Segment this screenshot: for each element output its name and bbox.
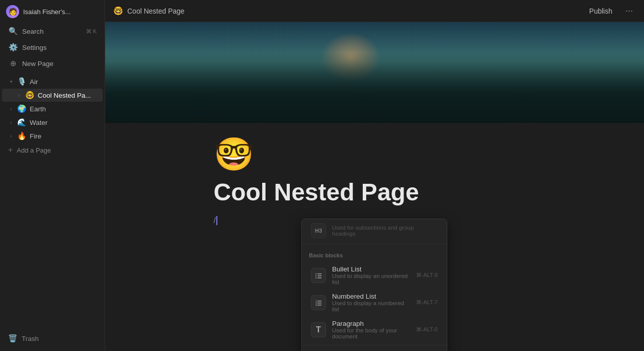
- svg-rect-3: [317, 275, 321, 276]
- air-icon: 🎙️: [17, 77, 27, 86]
- user-name: Isaiah Fisher's...: [23, 8, 70, 16]
- sidebar-item-cool-nested[interactable]: › 🤓 Cool Nested Pa...: [2, 89, 103, 102]
- page-body: 🤓 Cool Nested Page / H3 Used for subsect…: [123, 138, 626, 245]
- topbar-actions: Publish ···: [585, 4, 636, 18]
- new-page-button[interactable]: ⊕ New Page: [2, 56, 103, 71]
- heading-icon: H3: [311, 223, 326, 238]
- search-shortcut: ⌘ K: [86, 28, 97, 35]
- slash-character: /: [214, 216, 216, 225]
- sidebar-item-label: Air: [30, 78, 99, 86]
- menu-item-bullet-list[interactable]: Bullet List Used to display an unordered…: [304, 262, 445, 289]
- svg-rect-1: [317, 273, 321, 274]
- sidebar-item-water[interactable]: › 🌊 Water: [2, 116, 103, 129]
- earth-icon: 🌍: [17, 104, 27, 113]
- page-icon: 🤓: [214, 138, 536, 170]
- trash-label: Trash: [22, 335, 39, 342]
- sidebar-user[interactable]: 🧑 Isaiah Fisher's...: [0, 0, 105, 23]
- new-page-icon: ⊕: [8, 59, 18, 68]
- menu-item-paragraph-text: Paragraph Used for the body of your docu…: [332, 320, 410, 339]
- topbar: 🤓 Cool Nested Page Publish ···: [105, 0, 644, 22]
- section-header-basic: Basic blocks: [302, 246, 447, 261]
- menu-item-desc: Used to display a numbered list: [332, 300, 410, 312]
- cool-nested-icon: 🤓: [25, 91, 35, 100]
- add-page-label: Add a Page: [17, 147, 51, 154]
- search-label: Search: [22, 28, 44, 35]
- main-content: 🤓 Cool Nested Page Publish ··· 🤓 Cool Ne…: [105, 0, 644, 351]
- hero-trees: [105, 52, 644, 123]
- numbered-list-icon: 1. 2. 3.: [311, 295, 326, 310]
- svg-rect-5: [317, 277, 321, 278]
- menu-item-text: Used for subsections and group headings: [332, 225, 438, 237]
- topbar-title: 🤓 Cool Nested Page: [113, 6, 585, 16]
- svg-rect-4: [315, 277, 316, 278]
- hero-image: [105, 22, 644, 123]
- sidebar-nav: ▾ 🎙️ Air › 🤓 Cool Nested Pa... › 🌍 Earth…: [0, 75, 105, 329]
- sidebar-item-label: Earth: [30, 105, 99, 113]
- water-icon: 🌊: [17, 118, 27, 127]
- settings-label: Settings: [22, 44, 47, 51]
- menu-item-shortcut: ⌘-ALT-0: [416, 326, 438, 333]
- menu-item-numbered-list[interactable]: 1. 2. 3. Numbered List Used to display a…: [304, 289, 445, 316]
- sidebar-item-label: Fire: [30, 132, 99, 140]
- menu-divider: [302, 244, 447, 244]
- settings-icon: ⚙️: [8, 43, 18, 52]
- menu-item-shortcut: ⌘-ALT-7: [416, 299, 438, 306]
- search-button[interactable]: 🔍 Search ⌘ K: [2, 24, 103, 39]
- sidebar-item-label: Cool Nested Pa...: [38, 92, 99, 99]
- sidebar-item-earth[interactable]: › 🌍 Earth: [2, 102, 103, 115]
- page-emoji-topbar: 🤓: [113, 6, 123, 16]
- menu-item-partial[interactable]: H3 Used for subsections and group headin…: [304, 220, 445, 242]
- page-content: 🤓 Cool Nested Page / H3 Used for subsect…: [105, 22, 644, 351]
- avatar: 🧑: [6, 5, 19, 18]
- menu-item-name: Bullet List: [332, 265, 410, 273]
- new-page-label: New Page: [22, 60, 53, 67]
- svg-rect-11: [317, 305, 321, 306]
- chevron-right-icon: ›: [16, 93, 22, 98]
- paragraph-icon: T: [311, 322, 326, 337]
- svg-rect-2: [315, 275, 316, 276]
- chevron-right-icon: ›: [8, 133, 14, 139]
- topbar-page-title: Cool Nested Page: [127, 7, 185, 15]
- publish-button[interactable]: Publish: [585, 5, 616, 17]
- menu-item-name: Paragraph: [332, 320, 410, 327]
- search-icon: 🔍: [8, 27, 18, 36]
- text-cursor: [216, 216, 217, 225]
- sidebar-item-label: Water: [30, 119, 99, 126]
- menu-item-desc: Used for subsections and group headings: [332, 225, 438, 237]
- add-page-button[interactable]: + Add a Page: [2, 143, 103, 157]
- chevron-right-icon: ›: [8, 120, 14, 125]
- sidebar: 🧑 Isaiah Fisher's... 🔍 Search ⌘ K ⚙️ Set…: [0, 0, 105, 351]
- trash-button[interactable]: 🗑️ Trash: [2, 330, 103, 347]
- svg-text:3.: 3.: [315, 304, 317, 307]
- svg-rect-7: [317, 301, 321, 302]
- menu-item-shortcut: ⌘-ALT-9: [416, 272, 438, 278]
- menu-item-desc: Used to display an unordered list: [332, 273, 410, 285]
- svg-rect-0: [315, 273, 316, 274]
- sidebar-item-air[interactable]: ▾ 🎙️ Air: [2, 75, 103, 88]
- sidebar-item-fire[interactable]: › 🔥 Fire: [2, 129, 103, 143]
- menu-item-desc: Used for the body of your document: [332, 327, 410, 339]
- menu-item-bullet-text: Bullet List Used to display an unordered…: [332, 265, 410, 285]
- svg-rect-9: [317, 303, 321, 304]
- chevron-down-icon: ▾: [8, 79, 14, 84]
- bullet-list-icon: [311, 268, 326, 283]
- chevron-right-icon: ›: [8, 106, 14, 112]
- block-menu: H3 Used for subsections and group headin…: [301, 219, 447, 351]
- menu-item-paragraph[interactable]: T Paragraph Used for the body of your do…: [304, 316, 445, 343]
- menu-item-numbered-text: Numbered List Used to display a numbered…: [332, 293, 410, 312]
- section-header-advanced: Advanced: [302, 347, 447, 351]
- page-title: Cool Nested Page: [214, 178, 536, 206]
- menu-divider-2: [302, 345, 447, 345]
- fire-icon: 🔥: [17, 131, 27, 141]
- add-icon: +: [8, 146, 13, 155]
- more-options-button[interactable]: ···: [622, 4, 636, 18]
- menu-item-name: Numbered List: [332, 293, 410, 300]
- trash-icon: 🗑️: [8, 334, 18, 343]
- settings-button[interactable]: ⚙️ Settings: [2, 40, 103, 55]
